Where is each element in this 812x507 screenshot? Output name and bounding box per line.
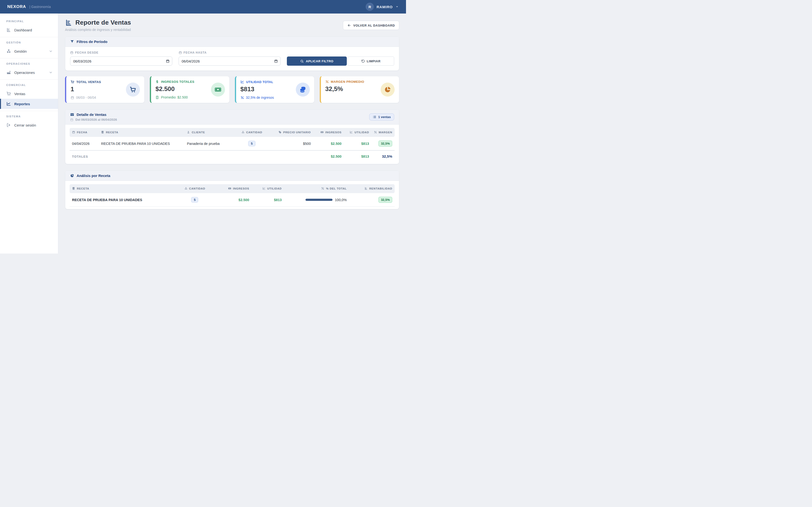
recipe-row: RECETA DE PRUEBA PARA 10 UNIDADES 5 $2.5… (69, 193, 395, 207)
calendar-picker-icon[interactable] (166, 59, 170, 63)
sidebar-section-gestion: GESTIÓN Gestión (0, 37, 58, 56)
chevron-down-icon (395, 5, 399, 8)
recipe-analysis-title: Análisis por Receta (77, 174, 110, 178)
percent-icon (374, 131, 377, 134)
clear-filter-button[interactable]: LIMPIAR (348, 56, 394, 66)
sales-count-label: 1 ventas (378, 115, 391, 119)
cart-badge-icon (126, 82, 140, 97)
banknote-icon (320, 131, 323, 134)
calendar-icon (72, 131, 75, 134)
line-chart-icon (262, 187, 266, 190)
calendar-icon (70, 96, 74, 100)
sidebar-item-label: Dashboard (14, 28, 32, 32)
page-subtitle: Análisis completo de ingresos y rentabil… (65, 28, 131, 32)
stat-label: TOTAL VENTAS (77, 80, 101, 84)
table-icon (70, 113, 74, 117)
stat-label: MARGEN PROMEDIO (331, 80, 364, 83)
back-to-dashboard-button[interactable]: VOLVER AL DASHBOARD (343, 21, 399, 30)
sales-detail-title: Detalle de Ventas (77, 113, 106, 117)
sidebar-item-ventas[interactable]: Ventas (0, 89, 58, 99)
sidebar-section-label: COMERCIAL (0, 80, 58, 89)
sidebar-item-gestion[interactable]: Gestión (0, 46, 58, 56)
sidebar-item-label: Cerrar sesión (14, 123, 36, 127)
date-from-input[interactable] (70, 56, 172, 66)
col-receta: RECETA (69, 184, 180, 193)
cell-rentabilidad: 32,5% (349, 193, 395, 207)
cell-cliente: Panaderia de prueba (185, 137, 236, 151)
avatar: R (366, 3, 374, 11)
pie-chart-badge-icon (380, 82, 395, 97)
chevron-down-icon (49, 70, 53, 74)
cell-cantidad: 5 (236, 137, 268, 151)
date-from-label: FECHA DESDE (75, 51, 99, 54)
stat-sub-text: 06/03 - 06/04 (76, 96, 96, 100)
sidebar-item-cerrar-sesion[interactable]: Cerrar sesión (0, 120, 58, 130)
coins-badge-icon (296, 82, 310, 97)
cell-ingresos: $2.500 (209, 193, 252, 207)
cell-pct-total: 100,0% (284, 193, 349, 207)
search-icon (300, 59, 304, 63)
pie-chart-icon (70, 174, 74, 178)
stat-card-margen-promedio: MARGEN PROMEDIO 32,5% (320, 76, 399, 103)
banknote-icon (228, 187, 231, 190)
user-name: RAMIRO (376, 5, 393, 9)
col-receta: RECETA (99, 128, 185, 137)
logout-icon (6, 123, 11, 127)
line-chart-icon (6, 101, 11, 106)
calendar-picker-icon[interactable] (274, 59, 278, 63)
percent-icon (321, 187, 324, 190)
sidebar-section-sistema: SISTEMA Cerrar sesión (0, 111, 58, 130)
calculator-icon (155, 96, 159, 99)
cell-margen: 32,5% (371, 137, 395, 151)
line-chart-icon (241, 80, 244, 84)
line-chart-icon (350, 131, 353, 134)
brand-tagline: | Gastronomía (30, 5, 51, 9)
page-header: Reporte de Ventas Análisis completo de i… (65, 19, 399, 32)
col-cantidad: CANTIDAD (236, 128, 268, 137)
bar-chart-icon (65, 19, 72, 26)
user-menu[interactable]: R RAMIRO (366, 3, 399, 11)
user-icon (187, 131, 190, 134)
boxes-icon (6, 49, 11, 54)
totals-ingresos: $2.500 (313, 151, 344, 162)
cell-receta: RECETA DE PRUEBA PARA 10 UNIDADES (99, 137, 185, 151)
cell-precio: $500 (268, 137, 313, 151)
col-ingresos: INGRESOS (209, 184, 252, 193)
pct-label: 100,0% (335, 198, 347, 202)
sidebar-section-label: OPERACIONES (0, 59, 58, 67)
book-icon (72, 187, 75, 190)
stat-card-total-ventas: TOTAL VENTAS 1 06/03 - 06/04 (65, 76, 145, 103)
calendar-icon (70, 118, 73, 121)
sidebar-section-label: PRINCIPAL (0, 16, 58, 25)
cell-cantidad: 5 (180, 193, 209, 207)
col-cantidad: CANTIDAD (180, 184, 209, 193)
percent-icon (241, 96, 244, 100)
col-utilidad: UTILIDAD (252, 184, 284, 193)
apply-filter-button[interactable]: APLICAR FILTRO (287, 56, 347, 66)
sidebar-item-operaciones[interactable]: Operaciones (0, 67, 58, 77)
chevron-down-icon (49, 49, 53, 53)
filter-icon (70, 40, 74, 44)
sidebar-item-reportes[interactable]: Reportes (0, 99, 58, 109)
clear-filter-label: LIMPIAR (367, 59, 380, 63)
recipe-analysis-card: Análisis por Receta RECETA CANTIDAD INGR… (65, 170, 399, 209)
date-to-field: FECHA HASTA (179, 51, 281, 66)
stat-sub-text: 32,5% de ingresos (246, 96, 274, 100)
stat-sub-text: Promedio: $2.500 (161, 95, 188, 99)
sidebar-section-label: SISTEMA (0, 112, 58, 120)
col-cliente: CLIENTE (185, 128, 236, 137)
book-icon (101, 131, 104, 134)
top-navbar: NEXORA | Gastronomía R RAMIRO (0, 0, 406, 13)
calendar-icon (179, 51, 182, 54)
col-precio-unitario: PRECIO UNITARIO (268, 128, 313, 137)
sales-row: 04/04/2026 RECETA DE PRUEBA PARA 10 UNID… (69, 137, 395, 151)
sales-detail-range: Del 06/03/2026 al 06/04/2026 (75, 118, 117, 121)
date-to-input[interactable] (179, 56, 281, 66)
col-fecha: FECHA (69, 128, 99, 137)
sidebar-item-dashboard[interactable]: Dashboard (0, 25, 58, 35)
col-rentabilidad: RENTABILIDAD (349, 184, 395, 193)
calendar-icon (70, 51, 73, 54)
main-content: Reporte de Ventas Análisis completo de i… (58, 13, 406, 253)
sidebar-section-operaciones: OPERACIONES Operaciones (0, 58, 58, 77)
date-from-field: FECHA DESDE (70, 51, 172, 66)
